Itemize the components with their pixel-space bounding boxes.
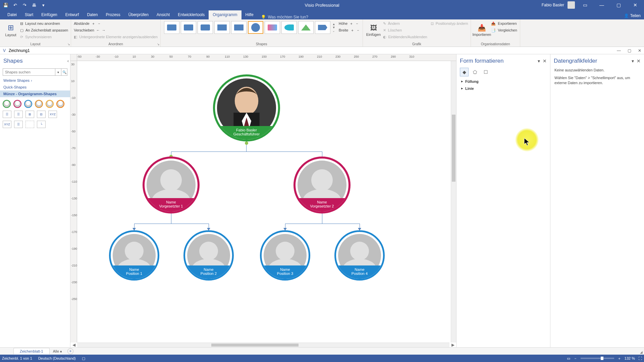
coin-magenta-shape[interactable]: [13, 100, 21, 108]
search-dropdown-icon[interactable]: ▾: [55, 68, 61, 76]
mini-shape-1[interactable]: ☰: [3, 111, 11, 118]
width-inc-button[interactable]: ＋: [351, 28, 354, 33]
spacing-inc-button[interactable]: ＋: [92, 21, 95, 26]
undo-button[interactable]: ↶: [11, 1, 19, 9]
shape-style-9[interactable]: [298, 21, 314, 34]
connector[interactable]: [134, 224, 209, 224]
ribbon-display-options-icon[interactable]: ▭: [578, 0, 592, 10]
fit-window-icon[interactable]: ⛶: [638, 356, 642, 360]
connector[interactable]: [171, 214, 171, 224]
insert-picture-button[interactable]: 🖼 Einfügen: [366, 20, 382, 40]
quick-shapes-link[interactable]: Quick-Shapes: [0, 84, 70, 90]
layout-button[interactable]: ⊞ Layout: [3, 20, 19, 40]
close-button[interactable]: ✕: [629, 0, 642, 10]
import-button[interactable]: 📥 Importieren: [474, 20, 490, 40]
mini-shape-5[interactable]: XYZ: [48, 111, 57, 118]
tell-me[interactable]: 💡 Was möchten Sie tun?: [258, 15, 312, 19]
shapes-search-input[interactable]: [3, 68, 55, 76]
shape-style-7[interactable]: [265, 21, 280, 34]
drawing-canvas[interactable]: Fabio Basler Geschäftsführer Name Vorges…: [77, 61, 451, 343]
mini-shape-8[interactable]: [25, 121, 34, 128]
relayout-button[interactable]: ⊟Layout neu anordnen: [20, 20, 68, 26]
org-node-emp1[interactable]: NamePosition 1: [109, 230, 159, 281]
tab-insert[interactable]: Einfügen: [37, 10, 61, 19]
gallery-more-icon[interactable]: ⌄: [332, 29, 335, 33]
avatar[interactable]: [568, 1, 575, 9]
spacing-dec-button[interactable]: －: [97, 21, 101, 26]
all-sheets-button[interactable]: Alle▴: [50, 348, 65, 354]
org-node-emp4[interactable]: NamePosition 4: [334, 230, 385, 281]
tab-help[interactable]: Hilfe: [241, 10, 258, 19]
doc-close-button[interactable]: ✕: [638, 48, 641, 53]
print-button[interactable]: 🖶: [30, 1, 38, 9]
org-node-boss[interactable]: Fabio Basler Geschäftsführer: [213, 74, 280, 141]
connector[interactable]: [322, 152, 322, 157]
zoom-in-button[interactable]: ＋: [618, 356, 621, 361]
org-node-mgr1[interactable]: Name Vorgesetzter 1: [143, 157, 200, 214]
tab-data[interactable]: Daten: [83, 10, 102, 19]
shape-style-5[interactable]: [231, 21, 247, 34]
mini-shape-3[interactable]: ⊞: [25, 111, 34, 118]
line-section[interactable]: ▸Linie: [457, 85, 550, 92]
mini-shape-4[interactable]: ⊟: [37, 111, 46, 118]
tab-orgchart[interactable]: Organigramm: [209, 10, 241, 19]
fill-line-tab-icon[interactable]: ◆: [460, 68, 469, 76]
shape-style-10[interactable]: [315, 21, 330, 34]
shape-style-4[interactable]: [214, 21, 230, 34]
vertical-scrollbar[interactable]: [451, 61, 456, 343]
zoom-out-button[interactable]: －: [574, 356, 577, 361]
save-button[interactable]: 💾: [2, 1, 9, 9]
tab-view[interactable]: Ansicht: [153, 10, 174, 19]
shape-style-2[interactable]: [181, 21, 196, 34]
arrange-dialog-icon[interactable]: ↘: [157, 43, 160, 46]
tab-review[interactable]: Überprüfen: [124, 10, 153, 19]
minimize-button[interactable]: —: [595, 0, 608, 10]
search-icon[interactable]: 🔍: [61, 68, 67, 76]
scroll-thumb[interactable]: [452, 115, 455, 182]
user-name[interactable]: Fabio Basler: [542, 3, 564, 7]
mini-shape-7[interactable]: ☰: [14, 121, 23, 128]
pane-menu-icon[interactable]: ▾: [538, 58, 540, 64]
zoom-slider[interactable]: [581, 358, 614, 359]
shape-style-1[interactable]: [164, 21, 179, 34]
tab-file[interactable]: Datei: [3, 10, 21, 19]
connection-point-icon[interactable]: [245, 141, 248, 145]
connector[interactable]: [322, 214, 322, 224]
more-shapes-link[interactable]: Weitere Shapes›: [0, 77, 70, 84]
qat-customize-icon[interactable]: ▾: [40, 1, 47, 9]
shape-style-3[interactable]: [198, 21, 213, 34]
doc-minimize-button[interactable]: —: [617, 48, 621, 53]
coin-green-shape[interactable]: [3, 100, 11, 108]
height-inc-button[interactable]: ＋: [350, 21, 353, 26]
gallery-scroll-up-icon[interactable]: ▲: [332, 22, 335, 26]
sheet-tab-1[interactable]: Zeichenblatt-1: [13, 348, 50, 354]
resize-grip-icon[interactable]: ◢: [640, 350, 643, 354]
scroll-thumb[interactable]: [211, 344, 299, 347]
height-dec-button[interactable]: －: [355, 21, 359, 26]
move-right-button[interactable]: →: [102, 28, 106, 32]
page-indicator[interactable]: Zeichenbl. 1 von 1: [2, 356, 32, 360]
share-button[interactable]: 👤 Teilen: [621, 12, 644, 19]
maximize-button[interactable]: ▢: [612, 0, 625, 10]
connector[interactable]: [171, 152, 322, 152]
coin-orange3-shape[interactable]: [56, 100, 64, 108]
mini-shape-6[interactable]: XYZ: [3, 121, 11, 128]
zoom-level[interactable]: 132 %: [625, 356, 635, 360]
org-node-mgr2[interactable]: Name Vorgesetzter 2: [293, 157, 351, 214]
tab-start[interactable]: Start: [21, 10, 37, 19]
coin-orange2-shape[interactable]: [46, 100, 54, 108]
scroll-right-icon[interactable]: ▶: [449, 343, 456, 347]
gallery-scroll-down-icon[interactable]: ▼: [332, 26, 335, 29]
coin-stencil-link[interactable]: Münze - Organigramm-Shapes: [0, 90, 70, 97]
add-sheet-button[interactable]: ＋: [67, 348, 73, 354]
compare-button[interactable]: 📑Vergleichen: [491, 27, 517, 33]
size-tab-icon[interactable]: ☐: [481, 68, 490, 76]
move-left-button[interactable]: ←: [96, 28, 100, 32]
language-indicator[interactable]: Deutsch (Deutschland): [38, 356, 76, 360]
mini-shape-9[interactable]: └: [37, 121, 46, 128]
mini-shape-2[interactable]: ☰: [14, 111, 23, 118]
coin-orange-shape[interactable]: [35, 100, 43, 108]
tab-design[interactable]: Entwurf: [61, 10, 83, 19]
fit-page-button[interactable]: ▢An Zeichenblatt anpassen: [20, 27, 68, 33]
fill-section[interactable]: ▸Füllung: [457, 78, 550, 85]
